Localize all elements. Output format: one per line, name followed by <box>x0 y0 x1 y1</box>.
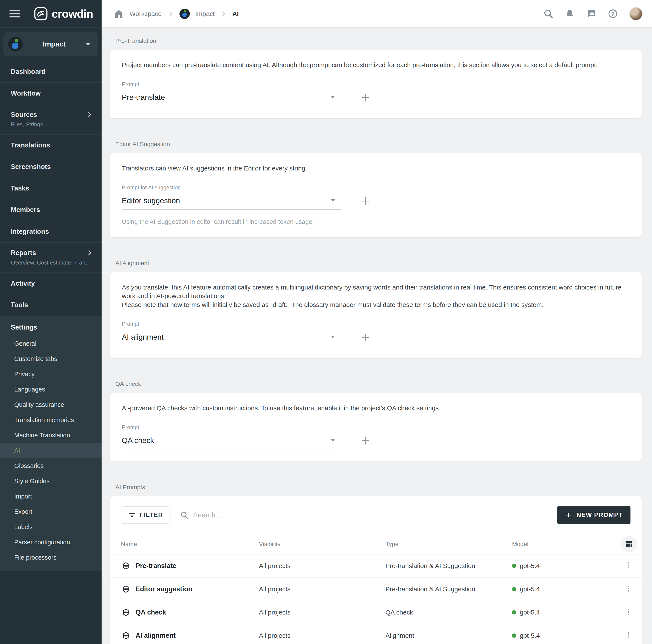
project-name: Impact <box>23 40 86 48</box>
filter-button[interactable]: FILTER <box>121 507 170 524</box>
kebab-menu-icon[interactable] <box>622 629 634 642</box>
sidebar-item-parser-configuration[interactable]: Parser configuration <box>0 535 102 550</box>
sidebar-item-translation-memories[interactable]: Translation memories <box>0 412 102 428</box>
sidebar-item-export[interactable]: Export <box>0 504 102 519</box>
sidebar-item-members[interactable]: Members <box>0 199 102 221</box>
chat-icon[interactable] <box>586 9 596 19</box>
prompt-field-label: Prompt for AI suggestion <box>122 185 630 191</box>
sidebar-settings-section: Settings General Customize tabs Privacy … <box>0 316 102 571</box>
table-row[interactable]: Pre-translate All projects Pre-translati… <box>110 555 642 578</box>
sidebar-item-workflow[interactable]: Workflow <box>0 83 102 104</box>
breadcrumb-project-avatar <box>180 9 190 19</box>
settings-section-label: Settings <box>0 316 102 336</box>
sidebar-item-translations[interactable]: Translations <box>0 135 102 156</box>
sidebar-item-tools[interactable]: Tools <box>0 294 102 316</box>
breadcrumb-project[interactable]: Impact <box>195 10 215 18</box>
settings-content: Pre-Translation Project members can pre-… <box>102 28 652 644</box>
pre-translation-section: Pre-Translation Project members can pre-… <box>110 37 642 118</box>
sidebar-item-machine-translation[interactable]: Machine Translation <box>0 428 102 443</box>
sidebar-item-customize-tabs[interactable]: Customize tabs <box>0 351 102 367</box>
logo-text: crowdin <box>52 7 93 20</box>
section-label: Editor AI Suggestion <box>115 141 642 147</box>
sidebar-item-ai[interactable]: AI <box>0 443 102 458</box>
sidebar-item-integrations[interactable]: Integrations <box>0 221 102 242</box>
breadcrumb-current: AI <box>233 10 239 18</box>
table-header: Name Visibility Type Model <box>110 534 642 555</box>
kebab-menu-icon[interactable] <box>622 583 634 596</box>
breadcrumb: Workspace Impact AI <box>114 9 543 19</box>
add-prompt-icon[interactable] <box>360 435 371 447</box>
ai-prompts-card: FILTER <box>110 497 642 644</box>
hamburger-menu-icon[interactable] <box>9 10 20 18</box>
search-icon[interactable] <box>543 9 553 19</box>
crowdin-logo[interactable]: crowdin <box>34 7 93 21</box>
sidebar-item-languages[interactable]: Languages <box>0 382 102 397</box>
home-icon[interactable] <box>114 9 124 19</box>
search-icon <box>180 511 189 519</box>
sidebar-item-activity[interactable]: Activity <box>0 273 102 294</box>
chevron-right-icon <box>86 111 93 118</box>
sidebar-item-sources[interactable]: Sources Files, Strings <box>0 104 102 134</box>
column-header-visibility: Visibility <box>259 541 385 547</box>
search-input[interactable] <box>193 511 557 519</box>
prompt-field-label: Prompt <box>122 81 630 87</box>
svg-text:?: ? <box>611 10 614 17</box>
qa-check-card: AI-powered QA checks with custom instruc… <box>110 393 642 461</box>
sidebar-item-reports-subtitle: Overview, Cost estimate, Transl… <box>11 259 93 266</box>
sidebar-item-glossaries[interactable]: Glossaries <box>0 458 102 474</box>
ai-alignment-section: AI Alignment As you translate, this AI f… <box>110 260 642 358</box>
new-prompt-button[interactable]: NEW PROMPT <box>557 506 630 524</box>
sidebar-item-import[interactable]: Import <box>0 489 102 504</box>
sidebar-item-sources-subtitle: Files, Strings <box>11 121 93 128</box>
prompt-field-label: Prompt <box>122 321 630 327</box>
model-status-dot <box>512 610 516 615</box>
ai-alignment-prompt-select[interactable]: AI alignment <box>122 329 341 346</box>
kebab-menu-icon[interactable] <box>622 606 634 619</box>
table-row[interactable]: Editor suggestion All projects Pre-trans… <box>110 578 642 601</box>
sidebar-item-tasks[interactable]: Tasks <box>0 178 102 199</box>
column-settings-icon <box>625 540 633 548</box>
topbar-icons: ? <box>543 7 643 21</box>
add-prompt-icon[interactable] <box>360 92 371 103</box>
sidebar-item-general[interactable]: General <box>0 336 102 351</box>
chevron-right-icon <box>167 10 174 17</box>
project-selector[interactable]: Impact <box>3 32 98 56</box>
kebab-menu-icon[interactable] <box>622 559 634 572</box>
sidebar-item-file-processors[interactable]: File processors <box>0 550 102 565</box>
sidebar-item-screenshots[interactable]: Screenshots <box>0 156 102 178</box>
qa-check-section: QA check AI-powered QA checks with custo… <box>110 380 642 461</box>
app-root: crowdin Impact Dashboard Workflow Source… <box>0 0 652 644</box>
section-description: As you translate, this AI feature automa… <box>122 283 630 301</box>
qa-check-prompt-select[interactable]: QA check <box>122 432 341 450</box>
sidebar-item-dashboard[interactable]: Dashboard <box>0 61 102 82</box>
add-prompt-icon[interactable] <box>360 332 371 343</box>
user-avatar[interactable] <box>629 7 643 21</box>
project-avatar <box>8 37 23 51</box>
prompts-search <box>180 511 557 519</box>
breadcrumb-workspace[interactable]: Workspace <box>130 10 162 18</box>
table-row[interactable]: QA check All projects QA check gpt-5.4 <box>110 601 642 624</box>
pre-translation-prompt-select[interactable]: Pre-translate <box>122 89 341 106</box>
ai-alignment-card: As you translate, this AI feature automa… <box>110 272 642 358</box>
column-settings-button[interactable] <box>621 536 637 552</box>
column-header-type: Type <box>385 541 512 547</box>
section-description: Project members can pre-translate conten… <box>122 61 630 70</box>
prompt-field-label: Prompt <box>122 424 630 430</box>
dropdown-caret-icon <box>331 336 335 338</box>
help-icon[interactable]: ? <box>608 9 618 19</box>
section-label: AI Prompts <box>115 484 642 491</box>
sidebar-item-reports[interactable]: Reports Overview, Cost estimate, Transl… <box>0 243 102 272</box>
section-description: AI-powered QA checks with custom instruc… <box>122 404 630 412</box>
sidebar-item-privacy[interactable]: Privacy <box>0 367 102 382</box>
bell-icon[interactable] <box>565 9 575 19</box>
sidebar-item-labels[interactable]: Labels <box>0 519 102 535</box>
model-status-dot <box>512 634 516 638</box>
sidebar-nav: Dashboard Workflow Sources Files, String… <box>0 61 102 644</box>
sidebar-item-style-guides[interactable]: Style Guides <box>0 474 102 489</box>
topbar: Workspace Impact AI <box>102 0 652 28</box>
add-prompt-icon[interactable] <box>360 195 371 207</box>
editor-suggestion-prompt-select[interactable]: Editor suggestion <box>122 192 341 210</box>
sidebar-item-quality-assurance[interactable]: Quality assurance <box>0 397 102 412</box>
crowdin-logo-icon <box>34 7 48 21</box>
table-row[interactable]: AI alignment All projects Alignment gpt-… <box>110 624 642 644</box>
